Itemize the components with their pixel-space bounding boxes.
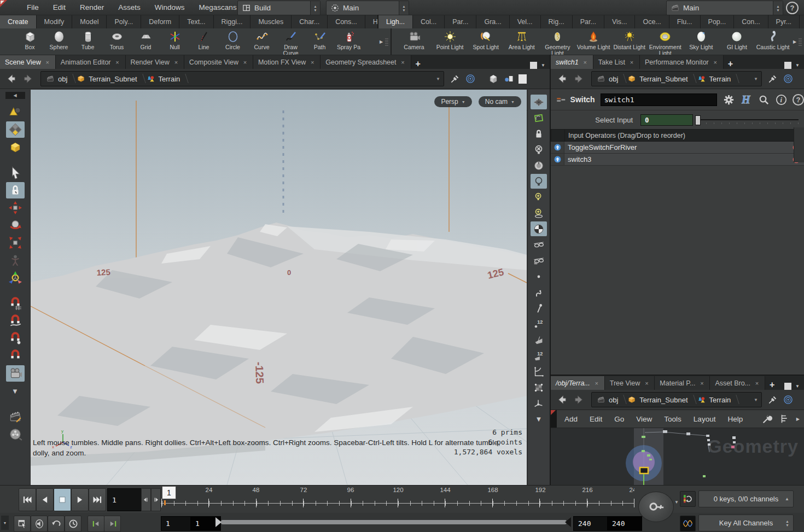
grip-icon[interactable] [799, 37, 802, 46]
add-pane-tab-icon[interactable]: + [765, 380, 779, 390]
shelf-tab[interactable]: Hair... [365, 15, 378, 28]
grip-icon[interactable] [385, 37, 388, 46]
network-menu-item[interactable]: Go [608, 415, 630, 423]
shelf-tool[interactable]: Spot Light [468, 28, 504, 55]
shelf-tool[interactable]: Volume Light [575, 28, 611, 55]
show-geometry-icon[interactable] [6, 104, 25, 120]
cube-icon[interactable] [488, 73, 499, 84]
network-menu-item[interactable]: Layout [688, 415, 722, 423]
gear-icon[interactable] [723, 93, 735, 106]
playhead-flag[interactable]: 1 [162, 486, 176, 499]
close-icon[interactable]: × [400, 59, 406, 66]
audio-button[interactable] [31, 516, 48, 532]
set-key-button[interactable] [638, 492, 674, 522]
add-bookmark-icon[interactable] [531, 206, 547, 220]
snap-grid-icon[interactable] [6, 295, 25, 312]
shelf-tab[interactable]: Rig... [541, 15, 573, 28]
next-key-button[interactable] [104, 516, 121, 532]
pane-corner-marker[interactable] [0, 0, 7, 7]
network-menu-item[interactable]: Edit [584, 415, 608, 423]
expand-more-icon[interactable]: ▼ [6, 383, 25, 399]
forward-icon[interactable] [573, 394, 586, 406]
take-spinner[interactable]: ▲▼ [773, 1, 783, 15]
pose-tool-icon[interactable] [6, 252, 25, 268]
shelf-tab[interactable]: Pop... [701, 15, 735, 28]
breadcrumb-subnet[interactable]: Terrain_Subnet [72, 72, 141, 86]
play-button[interactable] [71, 488, 89, 511]
back-icon[interactable] [555, 73, 568, 85]
keys-status-button[interactable]: 0 keys, 0/0 channels ▲ [698, 490, 794, 507]
wrench-icon[interactable] [761, 413, 773, 425]
shelf-tool[interactable]: Spray Pa [334, 28, 363, 55]
show-profiles-icon[interactable] [531, 364, 547, 379]
range-end-global-field[interactable]: 240 [607, 516, 642, 531]
breadcrumb-obj[interactable]: obj [592, 393, 622, 407]
help-icon[interactable]: ? [786, 2, 799, 14]
shelf-tool[interactable]: Box [15, 28, 44, 55]
pin-icon[interactable] [767, 73, 778, 84]
display-flags-icon[interactable] [6, 139, 25, 155]
pane-maximize-icon[interactable] [784, 62, 791, 69]
pane-tab[interactable]: Asset Bro... × [710, 376, 765, 390]
shelf-tool[interactable]: Path [305, 28, 334, 55]
chevron-down-icon[interactable]: ▼ [795, 63, 800, 68]
close-icon[interactable]: × [754, 379, 760, 387]
shelf-tab[interactable]: Vel... [510, 15, 541, 28]
pane-tab[interactable]: Animation Editor × [56, 55, 126, 69]
pane-tab[interactable]: Geometry Spreadsheet × [321, 55, 411, 69]
slider-handle[interactable] [695, 115, 701, 125]
close-icon[interactable]: × [242, 59, 248, 66]
shelf-tool[interactable]: Camera [396, 28, 432, 55]
desktop-selector[interactable]: Build ▲▼ [237, 1, 321, 15]
close-icon[interactable]: × [594, 379, 599, 387]
overflow-right-icon[interactable]: ▶ [380, 39, 383, 44]
close-icon[interactable]: × [713, 59, 718, 66]
play-reverse-button[interactable] [36, 488, 54, 511]
jump-end-button[interactable] [89, 488, 106, 511]
breadcrumb-node[interactable]: Terrain [692, 72, 736, 86]
close-icon[interactable]: × [629, 59, 634, 66]
back-icon[interactable] [555, 394, 568, 406]
hscript-icon[interactable]: H [740, 93, 753, 106]
network-menu-item[interactable]: Help [721, 415, 749, 423]
range-end-field[interactable]: 240 [573, 516, 608, 531]
breadcrumb-node[interactable]: Terrain [142, 72, 185, 86]
menu-item[interactable]: File [20, 0, 46, 15]
switch-node-icon[interactable] [555, 94, 567, 105]
shelf-tool[interactable]: Sky Light [683, 28, 719, 55]
network-menu-item[interactable]: Add [558, 415, 584, 423]
shelf-tab[interactable]: Riggi... [214, 15, 251, 28]
shelf-tab[interactable]: Char... [292, 15, 328, 28]
pane-corner-marker[interactable] [551, 410, 557, 428]
range-slider-right-handle[interactable] [565, 517, 571, 527]
dimmer-icon[interactable] [531, 158, 547, 173]
pane-tab[interactable]: Render View × [126, 55, 184, 69]
target-icon[interactable] [783, 394, 794, 405]
search-icon[interactable] [758, 93, 770, 106]
back-icon[interactable] [4, 73, 18, 85]
timeline-ruler[interactable]: 24487296120144168192216240 1 [161, 486, 634, 513]
shelf-tab[interactable]: Text... [179, 15, 213, 28]
shelf-tab[interactable]: Muscles [250, 15, 292, 28]
selection-mode-icon[interactable] [6, 121, 25, 138]
menu-item[interactable]: Megascans [192, 0, 244, 15]
realtime-button[interactable] [65, 516, 81, 532]
shelf-tool[interactable]: Circle [218, 28, 247, 55]
close-icon[interactable]: × [699, 379, 704, 387]
add-pane-tab-icon[interactable]: + [724, 59, 737, 69]
shelf-tab[interactable]: Deform [141, 15, 179, 28]
show-handles-icon[interactable] [531, 301, 547, 315]
breadcrumb-obj[interactable]: obj [592, 72, 622, 86]
node-name-field[interactable]: switch1 [601, 93, 717, 106]
shelf-tool[interactable]: Point Light [432, 28, 468, 55]
pane-tab[interactable]: /obj/Terra... × [551, 376, 605, 390]
pane-tab[interactable]: Scene View × [0, 55, 56, 69]
breadcrumb-subnet[interactable]: Terrain_Subnet [622, 72, 692, 86]
take-selector[interactable]: Main ▲▼ [666, 1, 783, 15]
pin-icon[interactable] [450, 73, 461, 84]
shelf-tab[interactable]: Ligh... [378, 15, 413, 28]
pin-icon[interactable] [767, 394, 778, 405]
translate-tool-icon[interactable] [6, 200, 25, 216]
shelf-tool[interactable]: Draw Curve [276, 28, 305, 55]
range-slider[interactable] [221, 520, 567, 524]
